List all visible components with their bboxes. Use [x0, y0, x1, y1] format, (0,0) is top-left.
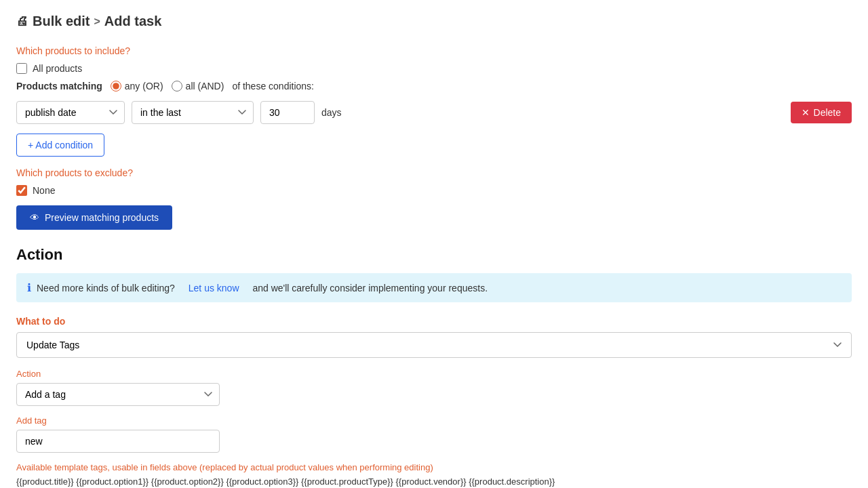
template-tags-section: Available template tags, usable in field… [16, 462, 852, 488]
condition-number-input[interactable] [260, 101, 315, 124]
any-or-radio[interactable] [111, 81, 121, 92]
info-suffix: and we'll carefully consider implementin… [252, 283, 488, 293]
what-to-do-select[interactable]: Update Tags Update Price Update Compare … [16, 332, 852, 358]
action-sub-label: Action [16, 369, 852, 379]
of-these-label: of these conditions: [232, 81, 314, 92]
breadcrumb: 🖨 Bulk edit > Add task [16, 14, 852, 29]
condition-row-container: publish date title tags vendor product t… [16, 101, 852, 124]
template-tags-label: Available template tags, usable in field… [16, 462, 852, 472]
all-products-row: All products [16, 63, 852, 74]
info-link[interactable]: Let us know [189, 283, 239, 293]
breadcrumb-separator: > [94, 16, 100, 28]
info-text: Need more kinds of bulk editing? [37, 283, 175, 293]
add-condition-button[interactable]: + Add condition [16, 134, 104, 157]
radio-group: any (OR) all (AND) [111, 81, 224, 92]
template-tags-values: {{product.title}} {{product.option1}} {{… [16, 475, 852, 488]
all-products-label: All products [33, 63, 82, 74]
any-or-option[interactable]: any (OR) [111, 81, 163, 92]
bulk-edit-icon: 🖨 [16, 14, 28, 28]
condition-field-select[interactable]: publish date title tags vendor product t… [16, 101, 125, 124]
any-or-label: any (OR) [125, 81, 163, 92]
all-products-checkbox[interactable] [16, 63, 27, 74]
all-and-label: all (AND) [186, 81, 224, 92]
action-section: Action ℹ Need more kinds of bulk editing… [16, 246, 852, 488]
what-to-do-section: What to do Update Tags Update Price Upda… [16, 316, 852, 369]
condition-operator-select[interactable]: in the last is is not contains does not … [132, 101, 254, 124]
exclude-label: Which products to exclude? [16, 167, 852, 178]
what-to-do-label: What to do [16, 316, 852, 327]
all-and-radio[interactable] [172, 81, 182, 92]
breadcrumb-parent[interactable]: Bulk edit [33, 14, 90, 29]
info-banner: ℹ Need more kinds of bulk editing? Let u… [16, 273, 852, 302]
preview-matching-products-button[interactable]: 👁 Preview matching products [16, 205, 172, 230]
add-tag-sub-section: Add tag [16, 415, 852, 453]
add-tag-input[interactable] [16, 430, 220, 453]
all-and-option[interactable]: all (AND) [172, 81, 224, 92]
delete-label: Delete [814, 107, 841, 118]
days-label: days [321, 107, 342, 118]
include-label: Which products to include? [16, 45, 852, 56]
action-heading: Action [16, 246, 852, 264]
exclude-section: Which products to exclude? None [16, 167, 852, 196]
action-sub-section: Action Add a tag Remove a tag Replace a … [16, 369, 852, 406]
products-matching-label: Products matching [16, 81, 102, 92]
eye-icon: 👁 [30, 212, 39, 223]
none-checkbox-row: None [16, 185, 852, 196]
delete-condition-button[interactable]: ✕ Delete [791, 102, 852, 123]
condition-row: publish date title tags vendor product t… [16, 101, 852, 124]
breadcrumb-current: Add task [104, 14, 161, 29]
products-matching-row: Products matching any (OR) all (AND) of … [16, 81, 852, 92]
add-tag-label: Add tag [16, 415, 852, 426]
include-section: Which products to include? All products … [16, 45, 852, 167]
page-wrapper: 🖨 Bulk edit > Add task Which products to… [0, 0, 868, 488]
action-type-select[interactable]: Add a tag Remove a tag Replace a tag [16, 383, 220, 406]
preview-btn-label: Preview matching products [45, 212, 159, 223]
info-icon: ℹ [27, 281, 31, 294]
delete-x-icon: ✕ [802, 107, 810, 118]
none-checkbox[interactable] [16, 185, 27, 196]
none-label: None [33, 185, 55, 196]
